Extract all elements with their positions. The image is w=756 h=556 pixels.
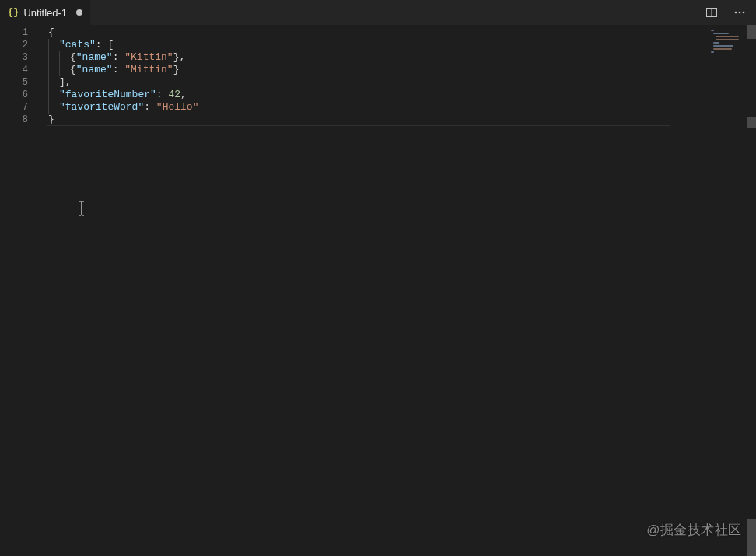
tab-untitled[interactable]: {} Untitled-1: [0, 0, 91, 25]
scrollbar-thumb[interactable]: [747, 519, 756, 556]
line-number-gutter: 1 2 3 4 5 6 7 8: [0, 25, 40, 556]
code-line[interactable]: }: [48, 114, 756, 126]
watermark: @掘金技术社区: [646, 521, 742, 539]
json-file-icon: {}: [8, 7, 19, 18]
code-line[interactable]: "favoriteWord": "Hello": [48, 101, 756, 114]
scrollbar-marker[interactable]: [747, 117, 756, 128]
svg-point-2: [735, 12, 737, 14]
split-editor-icon[interactable]: [703, 4, 720, 21]
code-line[interactable]: "favoriteNumber": 42,: [48, 89, 756, 101]
editor-actions: [695, 0, 756, 25]
scrollbar-thumb[interactable]: [747, 25, 756, 39]
svg-point-4: [743, 12, 745, 14]
editor[interactable]: 1 2 3 4 5 6 7 8 { "cats": [ {"name": "Ki…: [0, 25, 756, 556]
minimap[interactable]: [711, 30, 742, 61]
code-line[interactable]: {"name": "Mittin"}: [48, 64, 756, 76]
tab-title: Untitled-1: [23, 7, 67, 19]
svg-point-3: [739, 12, 741, 14]
tab-bar: {} Untitled-1: [0, 0, 756, 25]
code-line[interactable]: ],: [48, 76, 756, 89]
code-line[interactable]: {: [48, 26, 756, 39]
code-line[interactable]: "cats": [: [48, 39, 756, 51]
code-area[interactable]: { "cats": [ {"name": "Kittin"}, {"name":…: [40, 25, 756, 556]
more-actions-icon[interactable]: [731, 4, 748, 21]
dirty-indicator-icon: [76, 9, 82, 16]
scrollbar-track[interactable]: [747, 25, 756, 556]
code-line[interactable]: {"name": "Kittin"},: [48, 51, 756, 64]
